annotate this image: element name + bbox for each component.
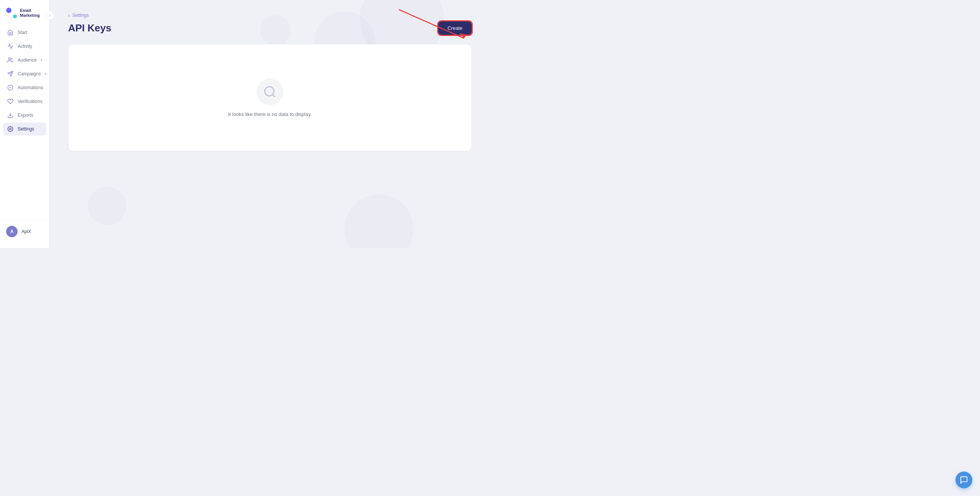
activity-icon: [7, 43, 14, 50]
sidebar-item-start[interactable]: Start: [3, 26, 46, 39]
empty-state-icon: [256, 78, 283, 105]
sidebar-item-label-campaigns: Campaigns: [18, 71, 41, 77]
audience-icon: [7, 57, 14, 64]
campaigns-icon: [7, 70, 14, 77]
sidebar-item-verifications[interactable]: Verifications: [3, 95, 46, 108]
breadcrumb-text: Settings: [72, 13, 89, 18]
svg-line-8: [273, 94, 275, 97]
automations-icon: [7, 84, 14, 91]
page-title: API Keys: [68, 22, 111, 34]
sidebar-collapse-button[interactable]: ‹: [45, 11, 54, 20]
app-logo: Email Marketing: [0, 6, 49, 26]
empty-state-message: It looks like there is no data to displa…: [228, 111, 312, 117]
content-area: ‹ Settings API Keys Create It looks like…: [50, 0, 490, 248]
sidebar-footer: A ApiX: [0, 221, 49, 242]
sidebar-item-campaigns[interactable]: Campaigns ▾: [3, 67, 46, 80]
sidebar-item-label-settings: Settings: [18, 126, 34, 132]
sidebar-item-exports[interactable]: Exports: [3, 109, 46, 122]
verifications-icon: [7, 98, 14, 105]
chevron-down-icon-2: ▾: [45, 72, 47, 76]
breadcrumb-back-icon: ‹: [68, 12, 70, 18]
settings-icon: [7, 126, 14, 132]
logo-icon: [6, 8, 17, 18]
home-icon: [7, 29, 14, 36]
page-header: API Keys Create: [68, 21, 472, 35]
content-card: It looks like there is no data to displa…: [68, 44, 472, 151]
sidebar-nav: Start Activity Audience ▾: [0, 26, 49, 221]
svg-point-0: [8, 58, 10, 60]
svg-point-4: [10, 128, 11, 130]
breadcrumb[interactable]: ‹ Settings: [68, 12, 472, 18]
svg-point-7: [265, 86, 274, 96]
sidebar-item-automations[interactable]: Automations: [3, 81, 46, 94]
sidebar-item-label-audience: Audience: [18, 57, 37, 63]
sidebar-item-label-start: Start: [18, 30, 27, 35]
sidebar: Email Marketing ‹ Start Activity: [0, 0, 50, 248]
sidebar-item-settings[interactable]: Settings: [3, 122, 46, 135]
main-content: ‹ Settings API Keys Create It looks like…: [50, 0, 490, 248]
sidebar-item-audience[interactable]: Audience ▾: [3, 54, 46, 67]
avatar: A: [6, 226, 18, 237]
sidebar-item-label-verifications: Verifications: [18, 99, 42, 104]
sidebar-item-label-automations: Automations: [18, 85, 43, 90]
sidebar-item-activity[interactable]: Activity: [3, 40, 46, 53]
chevron-down-icon: ▾: [41, 58, 42, 62]
exports-icon: [7, 112, 14, 119]
sidebar-item-label-activity: Activity: [18, 44, 32, 49]
create-button[interactable]: Create: [438, 21, 472, 35]
user-name: ApiX: [21, 229, 31, 234]
app-title: Email Marketing: [20, 8, 43, 18]
sidebar-item-label-exports: Exports: [18, 113, 33, 118]
